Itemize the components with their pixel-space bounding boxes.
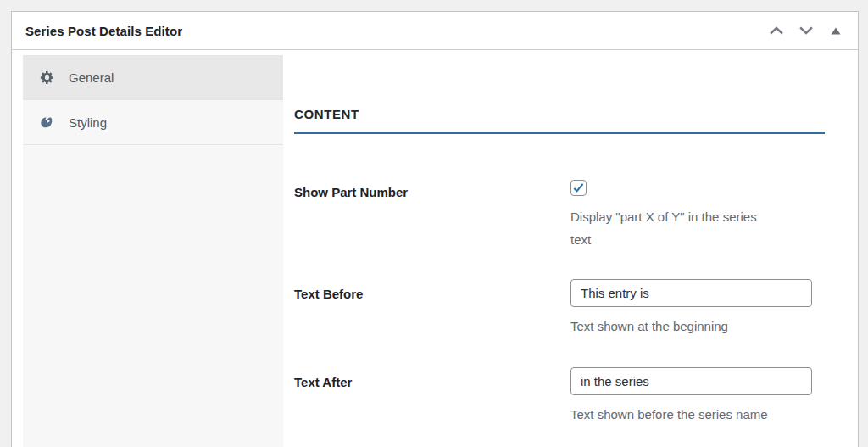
text-after-description: Text shown before the series name bbox=[570, 406, 814, 423]
settings-tab-sidebar: General Styling bbox=[23, 55, 283, 447]
field-row-text-after: Text After Text shown before the series … bbox=[294, 367, 825, 444]
series-post-details-metabox: Series Post Details Editor bbox=[11, 11, 859, 447]
field-row-text-before: Text Before Text shown at the beginning bbox=[294, 279, 825, 355]
text-before-description: Text shown at the beginning bbox=[570, 318, 814, 335]
chevron-up-icon bbox=[769, 23, 784, 38]
text-before-label: Text Before bbox=[294, 287, 363, 302]
move-up-button[interactable] bbox=[766, 20, 787, 41]
tab-general-label: General bbox=[69, 70, 114, 85]
metabox-title: Series Post Details Editor bbox=[25, 24, 182, 38]
show-part-number-description: Display "part X of Y" in the series text bbox=[570, 205, 814, 251]
text-before-control: Text shown at the beginning bbox=[570, 279, 814, 335]
chevron-down-icon bbox=[798, 23, 814, 38]
field-row-show-part-number: Show Part Number Display "part X of Y" i… bbox=[294, 180, 825, 265]
show-part-number-label: Show Part Number bbox=[294, 185, 408, 200]
show-part-number-control: Display "part X of Y" in the series text bbox=[570, 180, 814, 251]
move-down-button[interactable] bbox=[796, 20, 816, 41]
text-before-input[interactable] bbox=[570, 279, 812, 307]
triangle-up-icon bbox=[828, 23, 843, 38]
palette-icon bbox=[39, 115, 54, 130]
metabox-header: Series Post Details Editor bbox=[12, 12, 858, 50]
tab-general[interactable]: General bbox=[23, 55, 283, 100]
metabox-controls bbox=[766, 20, 846, 41]
text-after-control: Text shown before the series name bbox=[570, 367, 814, 423]
tab-styling[interactable]: Styling bbox=[23, 100, 283, 145]
gear-icon bbox=[39, 70, 54, 85]
general-settings-pane: CONTENT Show Part Number Display "part X… bbox=[294, 108, 825, 134]
text-after-input[interactable] bbox=[570, 367, 812, 395]
checkmark-icon bbox=[572, 182, 585, 194]
toggle-panel-button[interactable] bbox=[826, 20, 846, 41]
tab-styling-label: Styling bbox=[69, 115, 107, 130]
text-after-label: Text After bbox=[294, 375, 352, 390]
content-section-heading: CONTENT bbox=[294, 108, 825, 134]
show-part-number-checkbox[interactable] bbox=[570, 180, 587, 196]
